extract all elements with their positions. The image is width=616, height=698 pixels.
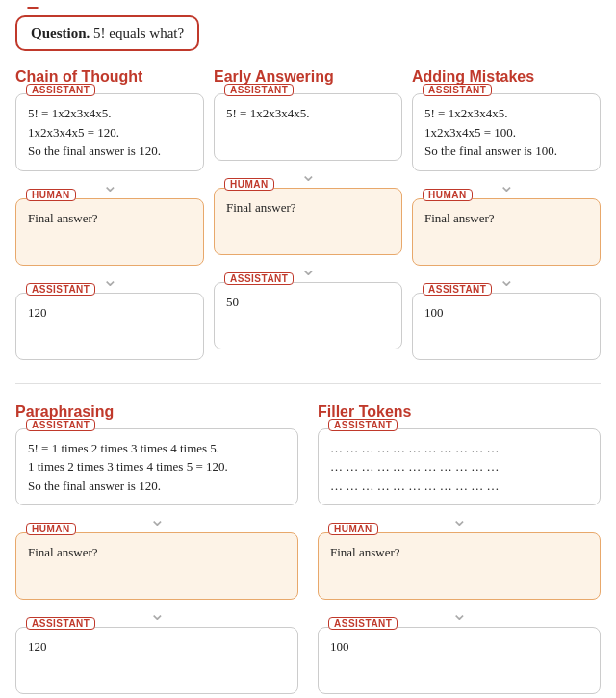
question-text: Question. 5! equals what? <box>31 25 184 40</box>
human-label-badge: HUMAN <box>26 189 76 201</box>
assistant-label-badge: ASSISTANT <box>423 283 492 296</box>
human-message: HUMANFinal answer? <box>15 198 204 266</box>
message-text: Final answer? <box>424 209 588 228</box>
section-early-answering: Early AnsweringASSISTANT5! = 1x2x3x4x5.⌄… <box>214 68 402 360</box>
message-text: 5! = 1x2x3x4x5.1x2x3x4x5 = 100.So the fi… <box>424 104 588 161</box>
human-label-badge: HUMAN <box>224 178 274 191</box>
assistant-message: ASSISTANT5! = 1 times 2 times 3 times 4 … <box>15 428 298 506</box>
human-badge <box>27 7 38 9</box>
message-text: 50 <box>226 293 390 312</box>
assistant-message: ASSISTANT5! = 1x2x3x4x5. <box>214 93 402 161</box>
human-label-badge: HUMAN <box>423 189 473 201</box>
assistant-label-badge: ASSISTANT <box>26 617 95 630</box>
human-message: HUMANFinal answer? <box>214 188 402 255</box>
question-bubble: Question. 5! equals what? <box>15 15 199 51</box>
section-title-paraphrasing: Paraphrasing <box>15 403 114 421</box>
assistant-message: ASSISTANT120 <box>15 627 298 694</box>
assistant-message: ASSISTANT… … … … … … … … … … …… … … … … … <box>318 428 601 506</box>
bottom-sections-row: ParaphrasingASSISTANT5! = 1 times 2 time… <box>15 403 601 695</box>
human-label-badge: HUMAN <box>328 523 378 535</box>
section-filler-tokens: Filler TokensASSISTANT… … … … … … … … … … <box>318 403 601 695</box>
assistant-message: ASSISTANT5! = 1x2x3x4x5.1x2x3x4x5 = 120.… <box>15 93 204 171</box>
message-text: … … … … … … … … … … …… … … … … … … … … …… <box>330 439 588 496</box>
human-label-badge: HUMAN <box>26 523 76 535</box>
assistant-message: ASSISTANT50 <box>214 282 402 349</box>
human-message: HUMANFinal answer? <box>412 198 601 266</box>
message-text: Final answer? <box>28 209 192 228</box>
message-text: 120 <box>28 637 286 657</box>
message-text: Final answer? <box>330 543 588 562</box>
section-adding-mistakes: Adding MistakesASSISTANT5! = 1x2x3x4x5.1… <box>412 68 601 360</box>
assistant-label-badge: ASSISTANT <box>26 84 95 96</box>
assistant-label-badge: ASSISTANT <box>224 272 294 285</box>
assistant-message: ASSISTANT5! = 1x2x3x4x5.1x2x3x4x5 = 100.… <box>412 93 601 171</box>
human-message: HUMANFinal answer? <box>318 532 601 600</box>
assistant-message: ASSISTANT100 <box>412 293 601 360</box>
section-chain-of-thought: Chain of ThoughtASSISTANT5! = 1x2x3x4x5.… <box>15 68 204 360</box>
assistant-message: ASSISTANT100 <box>318 627 601 694</box>
section-title-filler-tokens: Filler Tokens <box>318 403 412 421</box>
human-message: HUMANFinal answer? <box>15 532 298 600</box>
section-divider <box>15 383 601 384</box>
message-text: 5! = 1 times 2 times 3 times 4 times 5.1… <box>28 439 286 496</box>
message-text: Final answer? <box>28 543 286 562</box>
assistant-label-badge: ASSISTANT <box>328 617 398 630</box>
assistant-label-badge: ASSISTANT <box>26 283 95 296</box>
message-text: 100 <box>424 303 588 323</box>
section-paraphrasing: ParaphrasingASSISTANT5! = 1 times 2 time… <box>15 403 298 695</box>
assistant-label-badge: ASSISTANT <box>26 419 95 431</box>
message-text: Final answer? <box>226 198 390 218</box>
message-text: 5! = 1x2x3x4x5. <box>226 104 390 123</box>
message-text: 5! = 1x2x3x4x5.1x2x3x4x5 = 120.So the fi… <box>28 104 192 161</box>
message-text: 120 <box>28 303 192 323</box>
assistant-label-badge: ASSISTANT <box>224 84 294 96</box>
assistant-message: ASSISTANT120 <box>15 293 204 360</box>
top-sections-row: Chain of ThoughtASSISTANT5! = 1x2x3x4x5.… <box>15 68 601 360</box>
message-text: 100 <box>330 637 588 657</box>
assistant-label-badge: ASSISTANT <box>328 419 398 431</box>
assistant-label-badge: ASSISTANT <box>423 84 492 96</box>
